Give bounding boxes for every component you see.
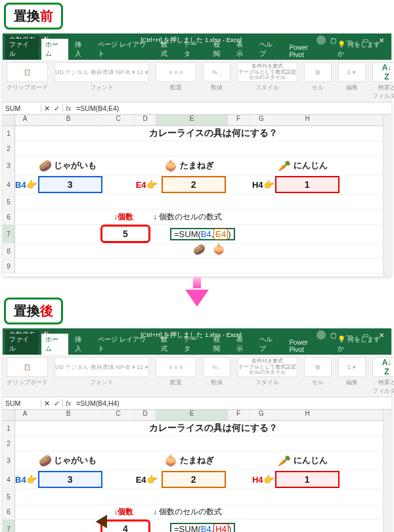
potato-icon: 🥔 — [39, 454, 52, 467]
excel-window: 自動保存 💾 ↩ ↪ [Ctrl+H] を押しました 1.xlsx - Exce… — [3, 328, 391, 532]
under-a-icon: 🥔 — [193, 244, 206, 255]
grp-style: 条件付き書式 テーブルとして書式設定 セルのスタイル スタイル — [237, 357, 297, 395]
tab-insert[interactable]: 挿入 — [71, 39, 91, 60]
tab-layout[interactable]: ページ レイアウト — [94, 334, 154, 355]
excel-window: 自動保存 💾 ↩ ↪ [Ctrl+H] を押しました 1.xlsx - Exce… — [3, 33, 391, 277]
ref-b4: B4 — [15, 475, 26, 485]
grp-font: UD デジタル 教科書体 NP-B ▾ 12 ▾フォント — [55, 357, 149, 395]
ribbon-tabs: ファイル ホーム 挿入 ページ レイアウト 数式 データ 校閲 表示 ヘルプ P… — [3, 342, 391, 355]
cancel-icon[interactable]: ✕ — [44, 104, 50, 112]
row-6: 6 ↓ 個数 ↓ 個数のセルの数式 — [3, 210, 391, 225]
row-3: 3 🥔 じゃがいも 🧅 たまねぎ 🥕 にんじん — [3, 451, 391, 470]
tab-view[interactable]: 表示 — [232, 39, 253, 60]
qty-b4[interactable]: 3 — [38, 471, 102, 488]
col-B[interactable]: B — [35, 115, 102, 125]
tab-view[interactable]: 表示 — [232, 334, 253, 355]
ribbon-tabs: ファイル ホーム 挿入 ページ レイアウト 数式 データ 校閲 表示 ヘルプ P… — [3, 47, 391, 60]
row-3: 3 🥔 じゃがいも 🧅 たまねぎ 🥕 にんじん — [3, 156, 391, 175]
row-7: 7 5 =SUM(B4,E4) — [3, 225, 391, 244]
tell-me[interactable]: 💡 何をしますか — [334, 334, 389, 355]
point-icon: 👉 — [146, 179, 158, 190]
ref-b4: B4 — [15, 180, 26, 190]
row-6: 6 ↓ 個数 ↓ 個数のセルの数式 — [3, 504, 391, 520]
grp-style: 条件付き書式 テーブルとして書式設定 セルのスタイル スタイル — [237, 62, 297, 100]
tab-file[interactable]: ファイル — [5, 39, 39, 60]
row-7: 7 4 =SUM(B4,H4) — [3, 520, 391, 532]
qty-e4[interactable]: 2 — [162, 176, 226, 193]
tab-review[interactable]: 校閲 — [209, 334, 230, 355]
qty-e4[interactable]: 2 — [162, 471, 226, 488]
formula-input[interactable]: =SUM(B4,E4) — [74, 104, 121, 112]
row-9: 9 — [3, 259, 391, 274]
row-1: 1 カレーライスの具は何にする？ — [3, 126, 391, 141]
ref-e4: E4 — [136, 180, 146, 190]
tell-me[interactable]: 💡 何をしますか — [334, 39, 389, 60]
enter-icon[interactable]: ✓ — [54, 104, 60, 112]
potato-icon: 🥔 — [39, 160, 52, 172]
row-4: 4 B4👉 3 E4👉 2 H4👉 1 — [3, 470, 391, 489]
tab-insert[interactable]: 挿入 — [71, 334, 91, 355]
row-8: 8 🥔 🧅 — [3, 244, 391, 259]
tab-data[interactable]: データ — [180, 39, 207, 60]
row-2: 2 — [3, 141, 391, 156]
tab-review[interactable]: 校閲 — [209, 39, 230, 60]
tab-formulas[interactable]: 数式 — [157, 39, 177, 60]
qty-b4[interactable]: 3 — [38, 176, 102, 193]
tab-formulas[interactable]: 数式 — [157, 334, 177, 355]
ing1-name: じゃがいも — [54, 160, 97, 171]
tab-pivot[interactable]: Power Pivot — [285, 338, 326, 355]
grp-number: % ,数値 — [203, 62, 230, 100]
after-tag: 置換後 — [4, 298, 63, 324]
qty-h4[interactable]: 1 — [275, 471, 339, 488]
formula-bar: SUM ✕✓ fx =SUM(B4,E4) — [3, 102, 391, 115]
fx-icon[interactable]: fx — [63, 399, 74, 407]
carrot-icon: 🥕 — [278, 160, 291, 172]
row-5: 5 — [3, 489, 391, 504]
cancel-icon[interactable]: ✕ — [44, 399, 50, 407]
tab-help[interactable]: ヘルプ — [255, 39, 282, 60]
sum-formula-cell[interactable]: =SUM(B4,H4) — [170, 523, 235, 533]
grp-edit: Σ ▾編集 — [338, 62, 366, 100]
tab-help[interactable]: ヘルプ — [255, 334, 282, 355]
grp-align: ≡ ≡ ≡配置 — [156, 62, 196, 100]
tab-pivot[interactable]: Power Pivot — [285, 43, 326, 60]
qty-h4[interactable]: 1 — [275, 176, 339, 193]
ref-e4: E4 — [136, 475, 146, 485]
tab-data[interactable]: データ — [180, 334, 207, 355]
worksheet[interactable]: A B C D E F G H 1 カレーライスの具は何にする？ 2 3 — [3, 410, 391, 532]
worksheet[interactable]: A B C D E F G H 1 カレーライスの具は何にする？ 2 3 — [3, 115, 391, 277]
tab-layout[interactable]: ページ レイアウト — [94, 39, 154, 60]
sheet-title: カレーライスの具は何にする？ — [149, 127, 278, 139]
ribbon: 📋クリップボード UD デジタル 教科書体 NP-B ▾ 12 ▾フォント ≡ … — [3, 355, 391, 397]
grp-cell: ⊞セル — [304, 357, 332, 395]
grp-font: UD デジタル 教科書体 NP-B ▾ 12 ▾フォント — [55, 62, 149, 100]
grp-clipboard: 📋クリップボード — [7, 62, 48, 100]
ribbon: 📋クリップボード UD デジタル 教科書体 NP-B ▾ 12 ▾フォント ≡ … — [3, 60, 391, 102]
grp-edit: Σ ▾編集 — [338, 357, 366, 395]
sheet-title: カレーライスの具は何にする？ — [149, 422, 278, 434]
ref-h4: H4 — [252, 475, 263, 485]
fx-icon[interactable]: fx — [63, 104, 74, 112]
sum-value[interactable]: 5 — [100, 225, 150, 243]
name-box[interactable]: SUM — [3, 104, 41, 112]
formula-input[interactable]: =SUM(B4,H4) — [74, 399, 122, 407]
row-5: 5 — [3, 194, 391, 210]
tab-home[interactable]: ホーム — [41, 39, 68, 60]
sum-formula-cell[interactable]: =SUM(B4,E4) — [170, 228, 235, 240]
ing2-name: たまねぎ — [180, 160, 214, 171]
under-b-icon: 🧅 — [213, 244, 225, 255]
col-headers: A B C D E F G H — [3, 115, 391, 126]
col-B[interactable]: B — [35, 410, 102, 420]
grp-number: % ,数値 — [203, 357, 230, 395]
point-icon: 👉 — [26, 179, 37, 190]
point-icon: 👉 — [146, 474, 158, 485]
ing2-name: たまねぎ — [180, 454, 214, 466]
enter-icon[interactable]: ✓ — [54, 399, 60, 407]
tab-home[interactable]: ホーム — [41, 334, 68, 355]
onion-icon: 🧅 — [164, 160, 177, 172]
ing3-name: にんじん — [294, 160, 328, 171]
ing1-name: じゃがいも — [54, 454, 97, 466]
tab-file[interactable]: ファイル — [5, 334, 39, 355]
name-box[interactable]: SUM — [3, 399, 41, 407]
point-icon: 👉 — [26, 474, 37, 485]
